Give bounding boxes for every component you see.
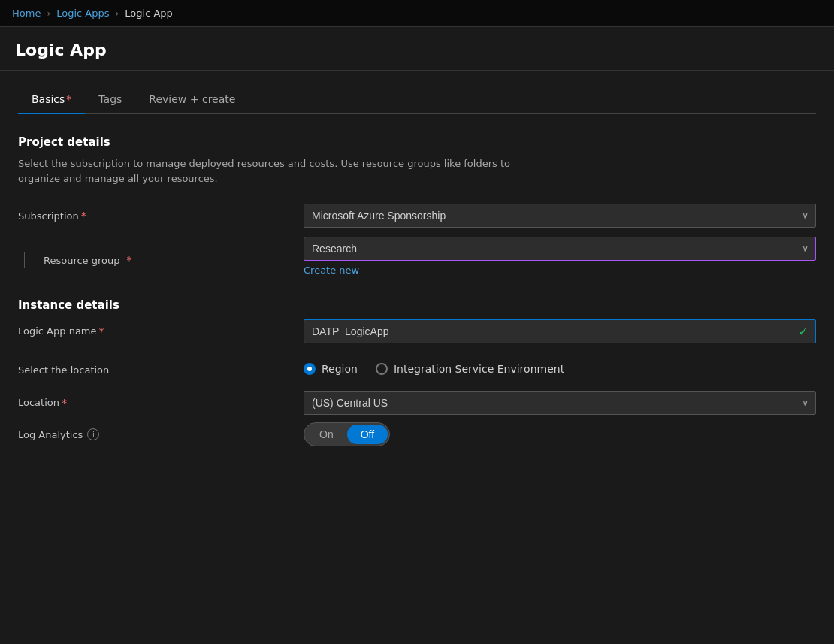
log-analytics-row: Log Analytics i On Off xyxy=(18,422,816,446)
radio-region[interactable]: Region xyxy=(304,363,358,375)
page-header: Logic App xyxy=(0,27,834,71)
location-label-area: Location * xyxy=(18,391,304,409)
breadcrumb-sep-2: › xyxy=(115,8,119,19)
logic-app-name-required: * xyxy=(99,325,104,337)
top-bar: Home › Logic Apps › Logic App xyxy=(0,0,834,27)
breadcrumb-sep-1: › xyxy=(47,8,50,19)
subscription-required: * xyxy=(81,210,86,222)
log-analytics-label-group: Log Analytics i xyxy=(18,428,99,440)
location-select-wrapper: (US) Central US ∨ xyxy=(304,391,816,415)
logic-app-name-control: ✓ xyxy=(304,319,816,343)
subscription-select-wrapper: Microsoft Azure Sponsorship ∨ xyxy=(304,204,816,228)
tabs: Basics* Tags Review + create xyxy=(18,86,816,114)
resource-group-select-wrapper: Research ∨ xyxy=(304,237,816,261)
project-details-section: Project details Select the subscription … xyxy=(18,135,816,276)
radio-region-label: Region xyxy=(322,363,358,375)
radio-region-circle xyxy=(304,363,316,375)
logic-app-name-label-area: Logic App name * xyxy=(18,319,304,337)
tab-basics-required: * xyxy=(66,93,71,105)
project-details-desc: Select the subscription to manage deploy… xyxy=(18,156,544,186)
location-control: (US) Central US ∨ xyxy=(304,391,816,415)
tab-review-create[interactable]: Review + create xyxy=(135,86,249,114)
subscription-row: Subscription * Resource group * Microsof… xyxy=(18,204,816,276)
log-analytics-control: On Off xyxy=(304,422,816,446)
subscription-controls: Microsoft Azure Sponsorship ∨ Research ∨… xyxy=(304,204,816,276)
log-analytics-label: Log Analytics xyxy=(18,429,83,440)
tab-basics[interactable]: Basics* xyxy=(18,86,85,114)
log-analytics-label-area: Log Analytics i xyxy=(18,422,304,440)
subscription-label: Subscription xyxy=(18,210,79,222)
location-select[interactable]: (US) Central US xyxy=(304,391,816,415)
breadcrumb-logic-apps[interactable]: Logic Apps xyxy=(56,8,109,19)
resource-group-label: Resource group xyxy=(44,255,120,266)
location-required: * xyxy=(62,397,67,409)
logic-app-name-row: Logic App name * ✓ xyxy=(18,319,816,343)
resource-group-select[interactable]: Research xyxy=(304,237,816,261)
breadcrumb-home[interactable]: Home xyxy=(12,8,41,19)
logic-app-name-input-wrapper: ✓ xyxy=(304,319,816,343)
logic-app-name-label: Logic App name xyxy=(18,325,97,337)
location-radio-group: Region Integration Service Environment xyxy=(304,358,816,375)
instance-details-title: Instance details xyxy=(18,298,816,312)
location-row: Location * (US) Central US ∨ xyxy=(18,391,816,415)
select-location-row: Select the location Region Integration S… xyxy=(18,358,816,376)
select-location-label-area: Select the location xyxy=(18,358,304,376)
create-new-link[interactable]: Create new xyxy=(304,265,359,276)
select-location-control: Region Integration Service Environment xyxy=(304,358,816,375)
log-analytics-toggle: On Off xyxy=(304,422,390,446)
select-location-label: Select the location xyxy=(18,364,109,376)
instance-details-section: Instance details Logic App name * ✓ Sele… xyxy=(18,298,816,446)
log-analytics-info-icon[interactable]: i xyxy=(87,428,99,440)
toggle-on-button[interactable]: On xyxy=(306,425,347,444)
toggle-off-button[interactable]: Off xyxy=(347,425,388,444)
input-check-icon: ✓ xyxy=(799,325,808,339)
logic-app-name-input[interactable] xyxy=(304,319,816,343)
subscription-label-area: Subscription * Resource group * xyxy=(18,204,304,268)
breadcrumb-current: Logic App xyxy=(125,8,173,19)
content-area: Basics* Tags Review + create Project det… xyxy=(0,71,834,476)
radio-ise-label: Integration Service Environment xyxy=(394,363,564,375)
resource-group-required: * xyxy=(127,254,132,266)
tab-tags[interactable]: Tags xyxy=(85,86,135,114)
subscription-select[interactable]: Microsoft Azure Sponsorship xyxy=(304,204,816,228)
radio-ise-circle xyxy=(376,363,388,375)
project-details-title: Project details xyxy=(18,135,816,149)
breadcrumb: Home › Logic Apps › Logic App xyxy=(12,8,822,19)
radio-ise[interactable]: Integration Service Environment xyxy=(376,363,564,375)
page-title: Logic App xyxy=(15,41,819,59)
location-label: Location xyxy=(18,397,59,408)
